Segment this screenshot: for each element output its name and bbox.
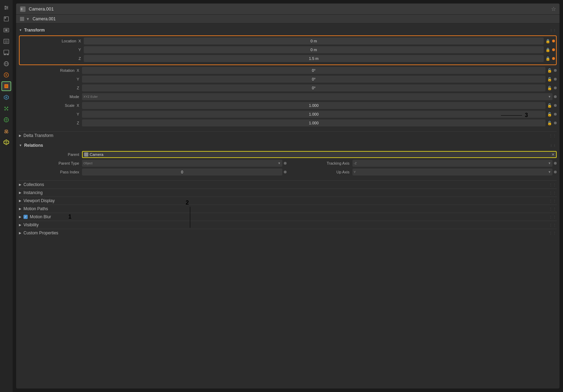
sidebar-icon-object[interactable] <box>1 81 11 91</box>
motion-blur-section[interactable]: ▶ ✓ Motion Blur ⋮⋮ <box>19 213 557 221</box>
location-x-lock[interactable]: 🔒 <box>545 38 551 44</box>
viewport-display-section[interactable]: ▶ Viewport Display ⋮⋮ <box>19 197 557 205</box>
collections-section[interactable]: ▶ Collections ⋮⋮ <box>19 180 557 188</box>
delta-transform-section[interactable]: ▶ Delta Transform ⋮⋮ <box>19 131 557 139</box>
sidebar-icon-tools[interactable] <box>1 3 11 13</box>
rotation-x-dot[interactable] <box>554 69 557 72</box>
sidebar-icon-viewlayer[interactable] <box>1 48 11 57</box>
sidebar-icon-render[interactable] <box>1 25 11 35</box>
sidebar-icon-modifier[interactable] <box>1 92 11 102</box>
custom-properties-section[interactable]: ▶ Custom Properties ⋮⋮ <box>19 229 557 237</box>
pass-index-dot[interactable] <box>284 171 287 173</box>
collections-dots: ⋮⋮ <box>549 183 557 187</box>
scale-z-input[interactable] <box>82 119 545 126</box>
up-axis-label: Up Axis <box>289 170 352 174</box>
sidebar-icon-physics[interactable] <box>1 115 11 125</box>
visibility-section[interactable]: ▶ Visibility ⋮⋮ <box>19 221 557 229</box>
transform-header[interactable]: ▼ Transform ⋮⋮ <box>19 26 557 34</box>
sidebar-icon-particles[interactable] <box>1 104 11 114</box>
scale-x-input[interactable] <box>82 102 545 109</box>
sub-header-dropdown[interactable]: ▼ <box>20 16 30 21</box>
rotation-z-dot[interactable] <box>554 87 557 89</box>
motion-blur-dots: ⋮⋮ <box>549 215 557 219</box>
tracking-axis-select[interactable]: -Z ▼ <box>352 160 553 167</box>
header-dropdown-icon[interactable] <box>20 6 26 12</box>
location-y-input[interactable] <box>84 46 544 53</box>
parent-type-dot[interactable] <box>284 162 287 165</box>
rotation-x-lock[interactable]: 🔓 <box>547 68 552 73</box>
location-y-dot[interactable] <box>552 48 555 51</box>
relations-header[interactable]: ▼ Relations ⋮⋮ <box>19 142 557 149</box>
scale-y-input[interactable] <box>82 111 545 118</box>
up-axis-select[interactable]: Y ▼ <box>352 169 553 176</box>
visibility-label: ▶ Visibility <box>19 222 39 227</box>
svg-point-4 <box>7 7 8 8</box>
motion-paths-section[interactable]: ▶ Motion Paths ⋮⋮ <box>19 205 557 213</box>
relations-left-col: Parent Type Object ▼ <box>19 159 287 177</box>
tracking-axis-label: Tracking Axis <box>289 161 352 165</box>
parent-type-select[interactable]: Object ▼ <box>82 160 282 167</box>
svg-point-3 <box>5 6 6 7</box>
rotation-y-input[interactable] <box>82 76 545 83</box>
sidebar-icon-scene2[interactable] <box>1 59 11 69</box>
mode-value-area: XYZ Euler ▼ <box>82 93 557 100</box>
scale-x-dot[interactable] <box>554 104 557 107</box>
pass-index-input[interactable] <box>82 169 282 176</box>
pin-button[interactable]: ☆ <box>551 6 556 12</box>
scale-y-value-area: 🔓 <box>82 111 557 118</box>
scale-z-row: Z 🔓 <box>19 119 557 127</box>
scale-y-lock[interactable]: 🔓 <box>547 111 552 117</box>
location-z-label: Z <box>21 56 84 61</box>
relations-two-col: Parent Type Object ▼ <box>19 159 557 177</box>
pass-index-label: Pass Index <box>19 170 82 174</box>
collections-label: ▶ Collections <box>19 182 44 187</box>
panel-header-left: Camera.001 <box>20 6 54 12</box>
location-z-lock[interactable]: 🔒 <box>545 56 551 61</box>
annotation-2: 2 <box>186 200 189 206</box>
parent-object-icon <box>84 152 88 157</box>
location-z-input[interactable] <box>84 55 544 62</box>
scale-y-dot[interactable] <box>554 113 557 116</box>
transform-triangle: ▼ <box>19 28 22 32</box>
rotation-y-value-area: 🔓 <box>82 76 557 83</box>
parent-field[interactable]: Camera ✕ <box>82 151 557 158</box>
tracking-axis-dot[interactable] <box>554 162 557 165</box>
scale-z-dot[interactable] <box>554 122 557 124</box>
location-y-lock[interactable]: 🔒 <box>545 47 551 53</box>
relations-right-col: Tracking Axis -Z ▼ <box>289 159 557 177</box>
mode-dot[interactable] <box>554 95 557 98</box>
sidebar-icon-scene[interactable] <box>1 14 11 24</box>
sidebar-icon-output[interactable] <box>1 36 11 46</box>
svg-point-25 <box>5 96 7 98</box>
instancing-section[interactable]: ▶ Instancing ⋮⋮ <box>19 188 557 197</box>
location-x-input[interactable] <box>84 37 544 44</box>
scale-x-lock[interactable]: 🔓 <box>547 103 552 108</box>
rotation-x-input[interactable] <box>82 67 545 74</box>
rotation-y-lock[interactable]: 🔓 <box>547 76 552 82</box>
svg-point-10 <box>5 29 7 31</box>
rotation-z-input[interactable] <box>82 84 545 91</box>
rotation-z-lock[interactable]: 🔓 <box>547 85 552 91</box>
sidebar-icon-world[interactable] <box>1 70 11 80</box>
up-axis-dot[interactable] <box>554 171 557 173</box>
motion-blur-checkbox[interactable]: ✓ <box>23 215 28 219</box>
location-x-row: Location X 🔒 <box>21 37 555 45</box>
svg-point-29 <box>7 109 8 111</box>
transform-label: Transform <box>24 28 45 33</box>
panel-content: ▼ Transform ⋮⋮ Location X <box>16 23 559 388</box>
location-y-row: Y 🔒 <box>21 46 555 54</box>
mode-select[interactable]: XYZ Euler ▼ <box>82 93 552 100</box>
svg-point-34 <box>5 131 6 133</box>
viewport-display-dots: ⋮⋮ <box>549 199 557 203</box>
location-y-label: Y <box>21 48 84 52</box>
location-x-dot[interactable] <box>552 40 555 42</box>
motion-paths-dots: ⋮⋮ <box>549 207 557 211</box>
sidebar-icon-data[interactable] <box>1 137 11 147</box>
motion-paths-label: ▶ Motion Paths <box>19 206 48 211</box>
parent-close-btn[interactable]: ✕ <box>551 152 555 157</box>
rotation-y-dot[interactable] <box>554 78 557 81</box>
scale-z-lock[interactable]: 🔓 <box>547 120 552 126</box>
sidebar-icon-constraints[interactable] <box>1 126 11 136</box>
parent-type-row: Parent Type Object ▼ <box>19 159 287 167</box>
location-z-dot[interactable] <box>552 57 555 60</box>
